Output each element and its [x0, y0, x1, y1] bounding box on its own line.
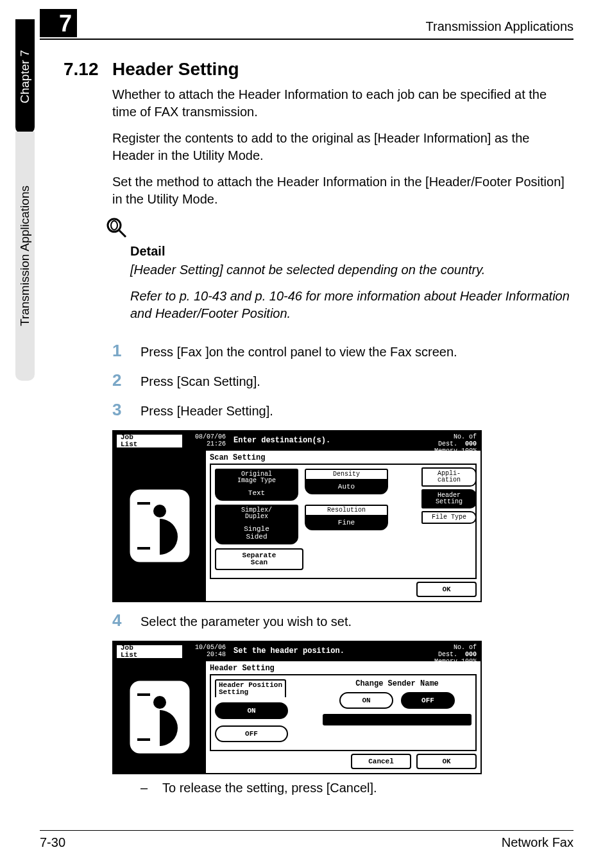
tab-header-setting[interactable]: Header Setting	[421, 489, 477, 508]
section-number: 7.12	[64, 59, 112, 80]
change-sender-name-label: Change Sender Name	[323, 679, 472, 688]
header-position-on[interactable]: ON	[215, 702, 288, 719]
change-sender-on[interactable]: ON	[339, 692, 393, 709]
job-list-button[interactable]: Job List	[115, 433, 183, 449]
paragraph-2: Register the contents to add to the orig…	[112, 130, 574, 164]
header-position-off[interactable]: OFF	[215, 725, 288, 742]
step-number-4: 4	[112, 611, 140, 630]
screenshot-header-setting: Job List 10/05/0620:48 Set the header po…	[112, 641, 574, 774]
separate-scan-button[interactable]: Separate Scan	[215, 548, 303, 570]
step-number-1: 1	[112, 342, 140, 360]
panel-title: Scan Setting	[210, 453, 477, 462]
svg-line-2	[119, 230, 126, 237]
svg-point-6	[153, 696, 166, 709]
status-message: Set the header position.	[228, 642, 412, 661]
sender-name-slot	[323, 714, 472, 725]
detail-text-1: [Header Setting] cannot be selected depe…	[130, 261, 574, 279]
status-datetime: 08/07/0621:26	[183, 431, 228, 451]
bullet-dash: –	[140, 781, 162, 795]
job-list-button[interactable]: Job List	[115, 644, 183, 659]
section-title: Header Setting	[112, 59, 239, 79]
step-number-2: 2	[112, 371, 140, 390]
side-tab-chapter: Chapter 7	[15, 19, 35, 134]
document-icon	[114, 451, 206, 601]
detail-label: Detail	[130, 244, 574, 259]
step-text-3: Press [Header Setting].	[140, 401, 273, 420]
status-datetime: 10/05/0620:48	[183, 642, 228, 661]
page-header-title: Transmission Applications	[426, 19, 574, 34]
panel-title: Header Setting	[210, 664, 477, 673]
ok-button[interactable]: OK	[416, 754, 477, 769]
resolution-button[interactable]: Resolution Fine	[305, 505, 388, 544]
step-text-4: Select the parameter you wish to set.	[140, 611, 352, 630]
svg-point-1	[111, 221, 117, 230]
status-message: Enter destination(s).	[228, 431, 412, 451]
density-button[interactable]: Density Auto	[305, 469, 388, 501]
step-number-3: 3	[112, 401, 140, 419]
magnifier-icon	[106, 217, 574, 241]
status-memory: No. of Dest. 000 Memory 100%	[412, 431, 480, 451]
screenshot-scan-setting: Job List 08/07/0621:26 Enter destination…	[112, 430, 574, 602]
footer-title: Network Fax	[502, 835, 574, 850]
simplex-duplex-button[interactable]: Simplex/ Duplex Single Sided	[215, 505, 298, 544]
status-memory: No. of Dest. 000 Memory 100%	[412, 642, 480, 661]
step-text-2: Press [Scan Setting].	[140, 371, 260, 390]
section-heading: 7.12Header Setting	[64, 59, 574, 80]
step-text-1: Press [Fax ]on the control panel to view…	[140, 342, 457, 361]
ok-button[interactable]: OK	[416, 582, 477, 597]
paragraph-1: Whether to attach the Header Information…	[112, 86, 574, 121]
chapter-badge: 7	[40, 9, 77, 37]
svg-point-4	[153, 505, 166, 517]
page-number: 7-30	[40, 835, 65, 850]
cancel-button[interactable]: Cancel	[351, 754, 411, 769]
detail-text-2: Refer to p. 10-43 and p. 10-46 for more …	[130, 288, 574, 322]
change-sender-off[interactable]: OFF	[401, 692, 455, 709]
side-tab-application: Transmission Applications	[15, 132, 35, 381]
paragraph-3: Set the method to attach the Header Info…	[112, 173, 574, 208]
tab-application[interactable]: Appli- cation	[421, 467, 477, 487]
original-image-type-button[interactable]: Original Image Type Text	[215, 469, 298, 501]
document-icon	[114, 661, 206, 773]
top-rule	[40, 39, 574, 40]
step-4-sub: To release the setting, press [Cancel].	[162, 781, 377, 795]
header-position-group: Header Position Setting	[215, 679, 286, 697]
tab-file-type[interactable]: File Type	[421, 511, 477, 524]
footer-rule	[40, 830, 574, 831]
